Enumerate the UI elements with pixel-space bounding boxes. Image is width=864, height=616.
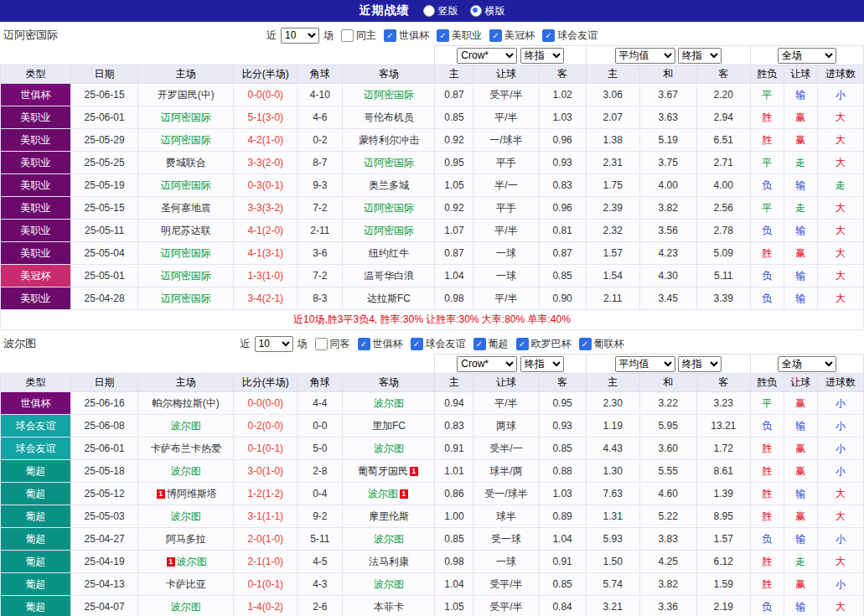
scope-select[interactable]: 全场: [778, 48, 836, 64]
team-link[interactable]: 迈阿密国际: [161, 270, 211, 282]
filter-checkbox[interactable]: ✓美冠杯: [489, 28, 535, 43]
radio-icon[interactable]: [423, 5, 435, 17]
team-link[interactable]: 葡萄牙国民: [358, 465, 408, 477]
team-link[interactable]: 迈阿密国际: [364, 202, 414, 214]
team-link[interactable]: 摩里伦斯: [369, 510, 409, 522]
checkbox-icon[interactable]: ✓: [411, 338, 423, 350]
column-header-row: 类型 日期 主场 比分(半场) 角球 客场 主 让球 客 主 和 客 胜负 让球…: [1, 374, 864, 392]
team-link[interactable]: 波尔图: [374, 443, 404, 454]
team-link[interactable]: 波尔图: [177, 556, 207, 567]
team-link[interactable]: 法马利康: [369, 556, 409, 567]
team-link[interactable]: 迈阿密国际: [161, 292, 211, 304]
team-link[interactable]: 费城联合: [166, 157, 206, 168]
match-row: 世俱杯25-06-16帕尔梅拉斯(中)0-0(0-0)4-4波尔图0.94平/半…: [1, 392, 864, 415]
asia-handicap-cell: 球半/两: [473, 460, 539, 483]
results-body: 世俱杯25-06-16帕尔梅拉斯(中)0-0(0-0)4-4波尔图0.94平/半…: [1, 392, 864, 616]
checkbox-icon[interactable]: ✓: [384, 29, 396, 42]
layout-radio-option[interactable]: 竖版: [423, 4, 458, 18]
checkbox-icon[interactable]: [315, 338, 328, 350]
match-row: 葡超25-04-191波尔图2-1(1-0)4-5法马利康0.98一球0.911…: [1, 551, 864, 573]
team-link[interactable]: 迈阿密国际: [364, 89, 414, 101]
checkbox-icon[interactable]: ✓: [358, 338, 370, 350]
home-team-cell: 明尼苏达联: [138, 220, 234, 242]
team-link[interactable]: 里加FC: [372, 420, 406, 432]
match-count-select[interactable]: 10: [255, 336, 293, 352]
team-link[interactable]: 温哥华白浪: [364, 270, 414, 282]
team-link[interactable]: 博阿维斯塔: [167, 488, 217, 500]
filter-checkbox[interactable]: 同主: [341, 28, 376, 43]
team-link[interactable]: 奥兰多城: [369, 179, 409, 191]
checkbox-icon[interactable]: [341, 29, 354, 42]
layout-radio-option[interactable]: 横版: [470, 4, 505, 18]
checkbox-icon[interactable]: ✓: [473, 338, 486, 350]
euro-bookmaker-select[interactable]: 平均值: [615, 356, 675, 372]
radio-icon[interactable]: [470, 5, 482, 17]
col-header-euro-away: 客: [696, 374, 750, 392]
checkbox-icon[interactable]: ✓: [579, 338, 592, 350]
team-link[interactable]: 波尔图: [171, 465, 201, 477]
team-link[interactable]: 波尔图: [374, 533, 404, 545]
filter-checkbox[interactable]: ✓美职业: [437, 28, 482, 43]
euro-odds-type-select[interactable]: 终指: [678, 48, 722, 64]
team-link[interactable]: 蒙特利尔冲击: [359, 134, 419, 146]
league-type-cell: 美职业: [1, 242, 71, 265]
team-link[interactable]: 迈阿密国际: [364, 225, 414, 236]
team-link[interactable]: 卡萨比亚: [166, 578, 206, 590]
match-score-cell: 2-0(1-0): [234, 528, 297, 551]
team-link[interactable]: 波尔图: [171, 420, 201, 432]
away-team-cell: 本菲卡: [343, 596, 435, 616]
asia-odds-type-select[interactable]: 终指: [520, 356, 564, 372]
games-label: 场: [323, 28, 334, 43]
team-link[interactable]: 达拉斯FC: [367, 292, 411, 304]
team-link[interactable]: 帕尔梅拉斯(中): [153, 397, 220, 409]
scope-select[interactable]: 全场: [778, 356, 836, 372]
asia-bookmaker-select[interactable]: Crow*: [457, 356, 517, 372]
goals-result-cell: 大: [817, 152, 863, 174]
team-link[interactable]: 纽约红牛: [369, 247, 409, 259]
team-link[interactable]: 波尔图: [374, 578, 404, 590]
filter-checkbox[interactable]: ✓葡超: [473, 337, 509, 351]
team-link[interactable]: 迈阿密国际: [161, 247, 211, 259]
team-link[interactable]: 波尔图: [374, 397, 404, 409]
euro-home-odds-cell: 1.38: [586, 129, 639, 152]
euro-away-odds-cell: 1.59: [696, 573, 750, 596]
filter-checkbox[interactable]: ✓欧罗巴杯: [516, 337, 572, 351]
checkbox-icon[interactable]: ✓: [437, 29, 449, 42]
team-link[interactable]: 波尔图: [171, 601, 201, 613]
euro-draw-odds-cell: 3.60: [639, 437, 696, 460]
team-link[interactable]: 开罗国民(中): [158, 89, 215, 101]
team-link[interactable]: 圣何塞地震: [161, 202, 211, 214]
result-cell: 负: [750, 265, 784, 287]
match-count-select[interactable]: 10: [281, 28, 319, 44]
team-link[interactable]: 本菲卡: [374, 601, 404, 613]
filter-checkbox[interactable]: ✓世俱杯: [384, 28, 429, 43]
team-link[interactable]: 迈阿密国际: [161, 134, 211, 146]
filter-checkbox[interactable]: ✓球会友谊: [542, 28, 598, 43]
asia-away-odds-cell: 0.96: [539, 129, 586, 152]
filter-checkbox[interactable]: ✓世俱杯: [358, 337, 403, 351]
team-link[interactable]: 阿马多拉: [166, 533, 206, 545]
filter-checkbox[interactable]: ✓葡联杯: [579, 337, 624, 351]
team-link[interactable]: 卡萨布兰卡热爱: [151, 443, 221, 454]
team-link[interactable]: 哥伦布机员: [364, 111, 414, 123]
euro-odds-type-select[interactable]: 终指: [678, 356, 722, 372]
col-header-date: 日期: [71, 374, 138, 392]
checkbox-icon[interactable]: ✓: [489, 29, 502, 42]
asia-bookmaker-select[interactable]: Crow*: [457, 48, 517, 64]
result-cell: 胜: [750, 483, 784, 505]
checkbox-icon[interactable]: ✓: [542, 29, 555, 42]
col-header-handicap: 让球: [784, 65, 817, 84]
team-link[interactable]: 波尔图: [368, 488, 398, 500]
team-link[interactable]: 波尔图: [171, 510, 201, 522]
checkbox-icon[interactable]: ✓: [516, 338, 529, 350]
filter-checkbox[interactable]: 同客: [315, 337, 350, 351]
handicap-result-cell: 输: [784, 220, 817, 242]
euro-bookmaker-select[interactable]: 平均值: [615, 48, 675, 64]
euro-draw-odds-cell: 3.63: [639, 106, 696, 129]
filter-checkbox[interactable]: ✓球会友谊: [411, 337, 466, 351]
team-link[interactable]: 迈阿密国际: [161, 179, 211, 191]
team-link[interactable]: 迈阿密国际: [161, 111, 211, 123]
asia-odds-type-select[interactable]: 终指: [520, 48, 564, 64]
team-link[interactable]: 迈阿密国际: [364, 157, 414, 168]
team-link[interactable]: 明尼苏达联: [161, 225, 211, 236]
